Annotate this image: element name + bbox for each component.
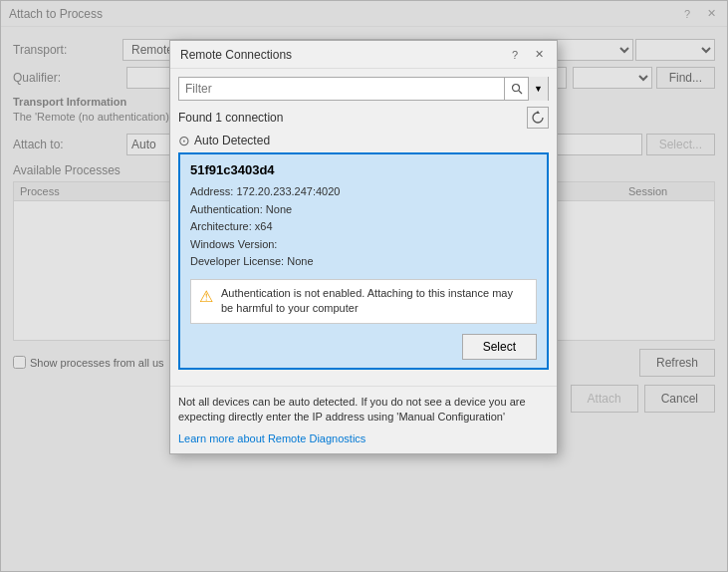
dialog-bottom: Not all devices can be auto detected. If… [170, 386, 557, 453]
dialog-help-button[interactable]: ? [507, 47, 523, 63]
connection-arch: Architecture: x64 [190, 218, 537, 236]
warning-icon: ⚠ [199, 287, 213, 306]
filter-search-button[interactable] [504, 77, 528, 101]
filter-row: ▼ [178, 77, 549, 101]
connection-name: 51f91c3403d4 [190, 162, 537, 177]
auto-detected-header: ⊙ Auto Detected [178, 133, 549, 148]
remote-connections-dialog: Remote Connections ? ✕ ▼ Found 1 connect… [169, 40, 558, 454]
dialog-title: Remote Connections [180, 48, 292, 62]
connection-dev-license: Developer License: None [190, 253, 537, 271]
dialog-titlebar: Remote Connections ? ✕ [170, 41, 557, 69]
connection-auth: Authentication: None [190, 201, 537, 219]
select-button[interactable]: Select [462, 334, 537, 360]
collapse-icon[interactable]: ⊙ [178, 133, 190, 148]
warning-box: ⚠ Authentication is not enabled. Attachi… [190, 279, 537, 324]
connection-details: Address: 172.20.233.247:4020 Authenticat… [190, 183, 537, 271]
auto-detected-label: Auto Detected [194, 134, 270, 147]
dialog-body: ▼ Found 1 connection ⊙ Auto Detected 51f… [170, 69, 557, 386]
filter-dropdown-button[interactable]: ▼ [528, 77, 548, 101]
bottom-info-text: Not all devices can be auto detected. If… [178, 395, 549, 426]
connection-win-version: Windows Version: [190, 236, 537, 254]
found-text: Found 1 connection [178, 111, 283, 125]
svg-point-0 [512, 85, 519, 92]
learn-more-link[interactable]: Learn more about Remote Diagnostics [178, 432, 365, 444]
svg-line-1 [519, 91, 522, 94]
connection-address: Address: 172.20.233.247:4020 [190, 183, 537, 201]
connection-item[interactable]: 51f91c3403d4 Address: 172.20.233.247:402… [178, 152, 549, 370]
dialog-controls: ? ✕ [507, 47, 547, 63]
dialog-close-button[interactable]: ✕ [531, 47, 547, 63]
warning-text: Authentication is not enabled. Attaching… [221, 286, 528, 317]
filter-input[interactable] [179, 82, 504, 96]
found-row: Found 1 connection [178, 107, 549, 129]
dialog-refresh-button[interactable] [527, 107, 549, 129]
